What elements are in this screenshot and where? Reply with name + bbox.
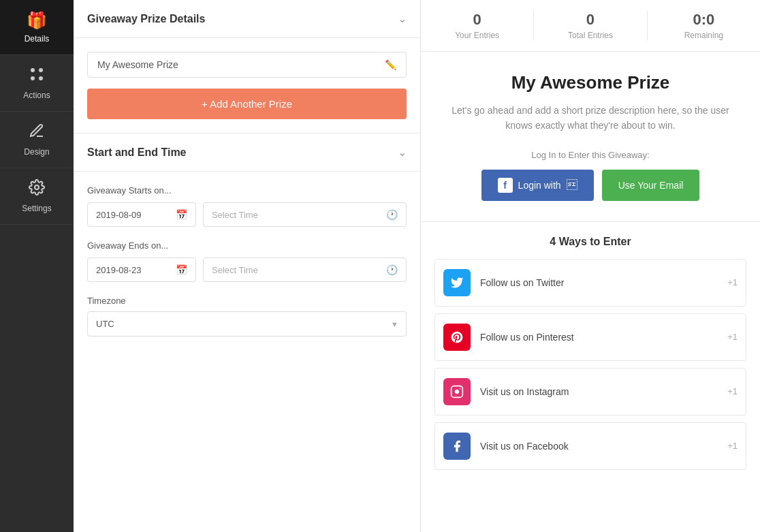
prize-preview: My Awesome Prize Let's go ahead and add … bbox=[421, 52, 760, 222]
start-date-input[interactable]: 2019-08-09 📅 bbox=[87, 202, 196, 227]
start-date-value: 2019-08-09 bbox=[96, 210, 170, 220]
prize-preview-title: My Awesome Prize bbox=[448, 72, 733, 93]
end-date-time-row: 2019-08-23 📅 Select Time 🕐 bbox=[87, 257, 407, 282]
start-end-time-title: Start and End Time bbox=[87, 146, 187, 159]
pinterest-entry-points: +1 bbox=[727, 332, 738, 342]
pinterest-icon bbox=[443, 324, 471, 351]
sidebar: 🎁 Details Actions Design Settings bbox=[0, 0, 74, 532]
prize-details-title: Giveaway Prize Details bbox=[87, 13, 205, 25]
total-entries-stat: 0 Total Entries bbox=[534, 11, 647, 40]
instagram-icon bbox=[443, 378, 471, 405]
your-entries-label: Your Entries bbox=[421, 31, 533, 40]
facebook-entry-points: +1 bbox=[727, 441, 738, 451]
svg-point-1 bbox=[39, 68, 43, 72]
svg-point-0 bbox=[31, 68, 35, 72]
sidebar-item-details[interactable]: 🎁 Details bbox=[0, 0, 74, 55]
sidebar-item-design[interactable]: Design bbox=[0, 112, 74, 168]
start-end-time-body: Giveaway Starts on... 2019-08-09 📅 Selec… bbox=[74, 172, 420, 350]
svg-point-3 bbox=[39, 76, 43, 80]
sidebar-item-actions[interactable]: Actions bbox=[0, 55, 74, 112]
login-email-button[interactable]: Use Your Email bbox=[602, 170, 700, 201]
remaining-value: 0:0 bbox=[648, 11, 760, 29]
chevron-down-icon: ⌄ bbox=[398, 12, 407, 25]
edit-icon[interactable]: ✏️ bbox=[385, 59, 396, 70]
left-panel: Giveaway Prize Details ⌄ My Awesome Priz… bbox=[74, 0, 421, 532]
calendar-icon-2[interactable]: 📅 bbox=[176, 264, 187, 275]
start-time-input[interactable]: Select Time 🕐 bbox=[203, 202, 407, 227]
stats-bar: 0 Your Entries 0 Total Entries 0:0 Remai… bbox=[421, 0, 760, 52]
chevron-down-icon-2: ⌄ bbox=[398, 146, 407, 159]
timezone-wrapper: UTC US/Eastern US/Pacific US/Central bbox=[87, 311, 407, 337]
timezone-select[interactable]: UTC US/Eastern US/Pacific US/Central bbox=[87, 311, 407, 337]
facebook-logo-icon:  bbox=[567, 179, 577, 191]
main-content: Giveaway Prize Details ⌄ My Awesome Priz… bbox=[74, 0, 760, 532]
start-date-time-row: 2019-08-09 📅 Select Time 🕐 bbox=[87, 202, 407, 227]
instagram-entry-points: +1 bbox=[727, 386, 738, 396]
calendar-icon[interactable]: 📅 bbox=[176, 209, 187, 220]
settings-icon bbox=[29, 179, 45, 200]
twitter-entry-label: Follow us on Twitter bbox=[480, 277, 727, 288]
gift-icon: 🎁 bbox=[27, 11, 47, 30]
end-date-input[interactable]: 2019-08-23 📅 bbox=[87, 257, 196, 282]
sidebar-label-design: Design bbox=[24, 147, 49, 157]
facebook-entry-icon bbox=[443, 433, 471, 460]
twitter-icon bbox=[443, 269, 471, 296]
design-icon bbox=[29, 123, 45, 143]
pinterest-entry-label: Follow us on Pinterest bbox=[480, 332, 727, 343]
svg-point-4 bbox=[35, 185, 39, 189]
facebook-f-icon: f bbox=[498, 178, 513, 193]
start-label: Giveaway Starts on... bbox=[87, 185, 407, 195]
actions-icon bbox=[29, 66, 45, 87]
login-buttons: f Login with  Use Your Email bbox=[448, 170, 733, 201]
right-panel: 0 Your Entries 0 Total Entries 0:0 Remai… bbox=[421, 0, 760, 532]
total-entries-value: 0 bbox=[534, 11, 646, 29]
ways-title: 4 Ways to Enter bbox=[434, 236, 746, 248]
twitter-entry-points: +1 bbox=[727, 277, 738, 287]
facebook-entry-label: Visit us on Facebook bbox=[480, 441, 727, 452]
login-facebook-label: Login with bbox=[518, 180, 561, 191]
timezone-label: Timezone bbox=[87, 296, 407, 306]
remaining-stat: 0:0 Remaining bbox=[648, 11, 760, 40]
entry-row-twitter[interactable]: Follow us on Twitter +1 bbox=[434, 259, 746, 307]
prize-description: Let's go ahead and add a short prize des… bbox=[448, 103, 733, 134]
prize-name-wrapper: My Awesome Prize ✏️ bbox=[87, 52, 407, 78]
clock-icon-2: 🕐 bbox=[386, 264, 398, 275]
add-prize-button[interactable]: + Add Another Prize bbox=[87, 89, 407, 119]
end-time-placeholder: Select Time bbox=[212, 265, 381, 275]
prize-details-header[interactable]: Giveaway Prize Details ⌄ bbox=[74, 0, 420, 38]
sidebar-label-settings: Settings bbox=[22, 204, 51, 213]
sidebar-label-actions: Actions bbox=[23, 91, 50, 100]
remaining-label: Remaining bbox=[648, 31, 760, 40]
instagram-entry-label: Visit us on Instagram bbox=[480, 386, 727, 397]
your-entries-value: 0 bbox=[421, 11, 533, 29]
your-entries-stat: 0 Your Entries bbox=[421, 11, 534, 40]
clock-icon: 🕐 bbox=[386, 209, 398, 220]
entry-row-pinterest[interactable]: Follow us on Pinterest +1 bbox=[434, 313, 746, 361]
end-time-input[interactable]: Select Time 🕐 bbox=[203, 257, 407, 282]
prize-details-body: My Awesome Prize ✏️ + Add Another Prize bbox=[74, 38, 420, 133]
sidebar-label-details: Details bbox=[25, 34, 50, 44]
prize-name-text: My Awesome Prize bbox=[97, 59, 385, 70]
svg-point-2 bbox=[31, 76, 35, 80]
sidebar-item-settings[interactable]: Settings bbox=[0, 168, 74, 225]
end-label: Giveaway Ends on... bbox=[87, 240, 407, 251]
total-entries-label: Total Entries bbox=[534, 31, 646, 40]
start-time-placeholder: Select Time bbox=[212, 210, 381, 220]
login-label: Log In to Enter this Giveaway: bbox=[448, 150, 733, 160]
entry-row-instagram[interactable]: Visit us on Instagram +1 bbox=[434, 368, 746, 416]
login-facebook-button[interactable]: f Login with  bbox=[481, 170, 594, 201]
end-date-value: 2019-08-23 bbox=[96, 265, 170, 275]
ways-section: 4 Ways to Enter Follow us on Twitter +1 … bbox=[421, 222, 760, 484]
entry-row-facebook[interactable]: Visit us on Facebook +1 bbox=[434, 422, 746, 470]
start-end-time-header[interactable]: Start and End Time ⌄ bbox=[74, 134, 420, 172]
